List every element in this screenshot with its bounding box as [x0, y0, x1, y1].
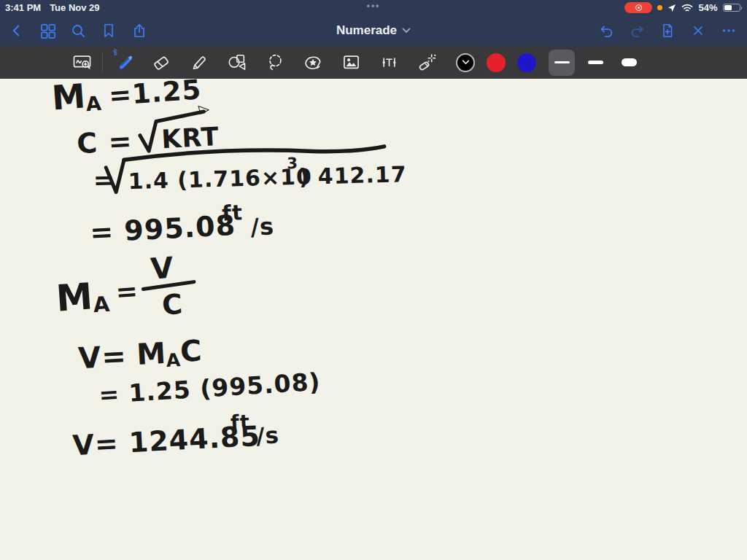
- wifi-icon: [681, 4, 693, 12]
- svg-text:/s: /s: [249, 212, 275, 241]
- chevron-down-icon: [402, 28, 411, 34]
- svg-text:1.4 (1.716×10: 1.4 (1.716×10: [128, 163, 312, 194]
- svg-text:A: A: [166, 349, 182, 371]
- svg-text:V: V: [150, 251, 175, 286]
- handwritten-math-ink: M A =1.25 C = KRT = 1.4 (1.716×10 3 ) 41…: [0, 79, 747, 560]
- note-title: Numerade: [336, 23, 397, 38]
- eraser-icon: [152, 52, 171, 72]
- screen-recording-icon[interactable]: [624, 2, 652, 13]
- image-tool-button[interactable]: [337, 49, 365, 77]
- medium-line-icon: [588, 61, 603, 64]
- clock-time: 3:41 PM: [5, 2, 41, 13]
- redo-button[interactable]: [622, 15, 652, 46]
- text-tool-button[interactable]: [375, 49, 403, 77]
- close-icon: [691, 23, 705, 38]
- note-canvas[interactable]: M A =1.25 C = KRT = 1.4 (1.716×10 3 ) 41…: [0, 79, 747, 560]
- location-arrow-icon: [667, 4, 676, 12]
- star-stamp-icon: [303, 52, 323, 73]
- thick-line-icon: [622, 58, 637, 66]
- color-swatch-red[interactable]: [487, 53, 506, 72]
- favorites-stamp-tool-button[interactable]: [299, 49, 327, 77]
- svg-text:C: C: [179, 333, 204, 368]
- svg-text:M: M: [55, 275, 95, 319]
- battery-icon: [723, 4, 743, 12]
- thin-line-icon: [554, 61, 570, 63]
- multitask-indicator-icon[interactable]: •••: [367, 1, 381, 11]
- highlighter-icon: [190, 52, 209, 72]
- hw-line-velocity-substitution: = 1.25 (995.08): [98, 368, 321, 410]
- text-icon: [379, 52, 399, 72]
- stroke-width-thick-button[interactable]: [616, 50, 642, 76]
- more-options-button[interactable]: [713, 15, 744, 46]
- svg-text:M: M: [136, 336, 167, 371]
- hw-line-sound-speed-result: = 995.08 ft /s: [89, 198, 275, 249]
- stroke-width-thin-button[interactable]: [549, 50, 575, 76]
- redo-icon: [629, 23, 646, 39]
- chevron-down-icon: [462, 60, 470, 65]
- navigation-bar: Numerade: [0, 15, 747, 46]
- undo-icon: [598, 23, 615, 39]
- svg-text:=: =: [115, 276, 139, 307]
- image-icon: [341, 52, 361, 72]
- color-swatch-black[interactable]: [456, 53, 475, 72]
- undo-button[interactable]: [591, 15, 622, 46]
- svg-text:/s: /s: [255, 421, 280, 449]
- battery-percent: 54%: [698, 2, 717, 13]
- svg-text:= 995.08: = 995.08: [89, 209, 236, 249]
- add-page-button[interactable]: [652, 15, 683, 46]
- shapes-tool-button[interactable]: [223, 49, 251, 77]
- pen-tool-button[interactable]: [109, 49, 137, 77]
- clock-date: Tue Nov 29: [50, 2, 99, 13]
- toolbar-divider: [102, 53, 103, 72]
- svg-text:= 1.25 (995.08): = 1.25 (995.08): [98, 368, 321, 410]
- shapes-icon: [227, 52, 247, 73]
- svg-text:3: 3: [287, 155, 298, 172]
- lasso-tool-button[interactable]: [261, 49, 289, 77]
- svg-text:ft: ft: [230, 410, 250, 433]
- close-note-button[interactable]: [683, 15, 713, 46]
- color-swatch-blue[interactable]: [517, 53, 536, 72]
- highlighter-tool-button[interactable]: [185, 49, 213, 77]
- laser-pointer-icon: [417, 52, 437, 72]
- microphone-in-use-icon: [657, 5, 662, 10]
- eraser-tool-button[interactable]: [147, 49, 175, 77]
- svg-text:V=: V=: [77, 339, 128, 375]
- svg-text:) 412.17: ) 412.17: [298, 161, 407, 190]
- status-bar: 3:41 PM Tue Nov 29 ••• 54%: [0, 0, 747, 15]
- laser-pointer-tool-button[interactable]: [413, 49, 441, 77]
- svg-text:KRT: KRT: [160, 122, 220, 154]
- svg-text:C: C: [160, 288, 184, 322]
- zoom-writing-tool-button[interactable]: [68, 49, 96, 77]
- notability-app-window: 3:41 PM Tue Nov 29 ••• 54%: [0, 0, 747, 560]
- svg-text:A: A: [93, 292, 112, 318]
- hw-line-velocity-result: V= 1244.85 ft /s: [71, 408, 280, 462]
- svg-text:M: M: [50, 79, 87, 118]
- stroke-width-medium-button[interactable]: [582, 50, 608, 76]
- svg-text:C =: C =: [76, 125, 133, 160]
- hw-line-velocity-formula: V= M A C: [77, 333, 204, 376]
- svg-text:ft: ft: [221, 200, 243, 225]
- more-icon: [721, 23, 737, 39]
- hw-line-mach-definition: M A = V C: [53, 249, 196, 329]
- lasso-icon: [266, 52, 285, 72]
- hw-line-substituted-values: = 1.4 (1.716×10 3 ) 412.17: [93, 146, 407, 195]
- drawing-toolbar: [0, 46, 747, 79]
- add-page-icon: [659, 23, 676, 39]
- hw-line-mach-given: M A =1.25: [50, 79, 203, 118]
- svg-text:A: A: [85, 92, 103, 115]
- svg-text:=1.25: =1.25: [108, 79, 203, 112]
- bluetooth-pencil-icon: [112, 48, 118, 56]
- battery-fill: [724, 5, 732, 11]
- zoom-writing-icon: [72, 52, 92, 72]
